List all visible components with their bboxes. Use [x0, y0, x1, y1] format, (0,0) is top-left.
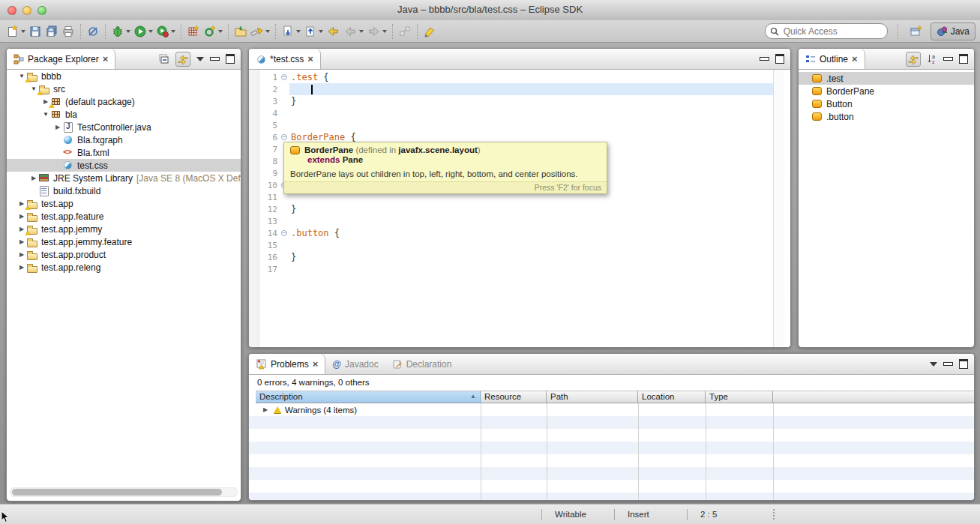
quick-access-input[interactable]	[782, 25, 868, 37]
tab-declaration[interactable]: Declaration	[385, 354, 459, 374]
save-button[interactable]	[27, 22, 43, 40]
collapse-arrow-icon[interactable]	[53, 124, 62, 130]
code-line[interactable]: 4	[249, 107, 790, 119]
new-wizard-button[interactable]	[4, 22, 27, 40]
dropdown-arrow-icon[interactable]	[359, 30, 364, 33]
code-line[interactable]: 14.button {	[249, 227, 790, 239]
link-with-editor-toggle[interactable]	[906, 52, 921, 67]
maximize-view-button[interactable]	[959, 54, 968, 64]
skip-all-breakpoints-button[interactable]	[85, 22, 101, 40]
dropdown-arrow-icon[interactable]	[296, 30, 301, 33]
expand-arrow-icon[interactable]	[41, 111, 50, 118]
sort-button[interactable]: az	[927, 53, 937, 64]
collapse-arrow-icon[interactable]	[17, 251, 26, 258]
code-line[interactable]: 15	[249, 239, 790, 251]
mark-occurrences-button[interactable]	[421, 22, 438, 40]
close-icon[interactable]	[852, 54, 858, 64]
tree-item-bla[interactable]: bla	[7, 108, 241, 121]
dropdown-arrow-icon[interactable]	[218, 30, 223, 33]
dropdown-arrow-icon[interactable]	[382, 30, 387, 33]
minimize-view-button[interactable]	[943, 362, 953, 366]
print-button[interactable]	[60, 22, 76, 40]
link-with-editor-button[interactable]	[397, 22, 413, 40]
column-header-path[interactable]: Path	[547, 391, 638, 403]
new-java-project-button[interactable]	[185, 22, 202, 40]
collapse-arrow-icon[interactable]	[29, 175, 38, 181]
fold-collapse-icon[interactable]	[281, 230, 287, 236]
expand-arrow-icon[interactable]	[261, 406, 270, 413]
column-header-resource[interactable]: Resource	[481, 391, 547, 403]
back-button[interactable]	[342, 22, 365, 40]
maximize-view-button[interactable]	[959, 359, 968, 369]
collapse-arrow-icon[interactable]	[17, 213, 26, 220]
tab-javadoc[interactable]: Javadoc	[325, 354, 385, 374]
column-header-location[interactable]: Location	[638, 391, 706, 403]
code-editor[interactable]: 1.test { 2 3} 4 5 6BorderPane { 7 8 9 10…	[249, 70, 790, 347]
close-window-button[interactable]	[7, 6, 16, 15]
tab-problems[interactable]: Problems	[249, 354, 325, 374]
code-line[interactable]: 16}	[249, 251, 790, 263]
java-perspective-button[interactable]: Java	[931, 22, 976, 40]
close-icon[interactable]	[313, 359, 319, 370]
tree-item-jre[interactable]: JRE System Library[Java SE 8 (MacOS X De…	[7, 172, 241, 184]
tree-item-bla-fxgraph[interactable]: Bla.fxgraph	[7, 133, 241, 146]
code-line[interactable]: 17	[249, 263, 790, 275]
debug-button[interactable]	[109, 22, 132, 40]
tree-item-build-fxbuild[interactable]: build.fxbuild	[7, 184, 241, 197]
close-icon[interactable]	[103, 54, 109, 64]
code-line[interactable]: 1.test {	[249, 71, 790, 83]
search-button[interactable]	[249, 22, 271, 40]
save-all-button[interactable]	[43, 22, 60, 40]
quick-access-box[interactable]	[765, 23, 888, 39]
next-edit-location-button[interactable]	[302, 22, 325, 40]
run-button[interactable]	[132, 22, 154, 40]
maximize-view-button[interactable]	[226, 54, 235, 64]
column-header-description[interactable]: Description	[256, 391, 481, 403]
tree-item-bbbb[interactable]: bbbb	[7, 70, 241, 82]
code-line[interactable]: 3}	[249, 95, 790, 107]
minimize-window-button[interactable]	[22, 6, 31, 15]
minimize-view-button[interactable]	[943, 57, 953, 61]
tree-item-test-app-releng[interactable]: test.app.releng	[7, 261, 241, 274]
tree-item-test-app[interactable]: test.app	[7, 197, 241, 210]
warnings-group-row[interactable]: Warnings (4 items)	[249, 403, 974, 416]
code-line-current[interactable]: 2	[249, 83, 790, 95]
outline-item-button[interactable]: Button	[799, 97, 974, 110]
previous-edit-location-button[interactable]	[280, 22, 302, 40]
tree-item-test-app-jemmy-feature[interactable]: test.app.jemmy.feature	[7, 235, 241, 248]
horizontal-scrollbar[interactable]	[10, 487, 238, 497]
open-perspective-button[interactable]	[908, 22, 925, 40]
fold-toggle[interactable]	[280, 227, 289, 239]
forward-button[interactable]	[365, 22, 388, 40]
dropdown-arrow-icon[interactable]	[265, 30, 270, 33]
fold-collapse-icon[interactable]	[281, 134, 287, 140]
outline-item-test[interactable]: .test	[799, 72, 974, 85]
fold-collapse-icon[interactable]	[281, 74, 287, 80]
dropdown-arrow-icon[interactable]	[171, 30, 175, 33]
minimize-view-button[interactable]	[210, 57, 220, 61]
tree-item-bla-fxml[interactable]: Bla.fxml	[7, 146, 241, 159]
fold-toggle[interactable]	[280, 71, 289, 83]
column-header-type[interactable]: Type	[706, 391, 773, 403]
zoom-window-button[interactable]	[37, 6, 46, 15]
close-icon[interactable]	[307, 54, 313, 64]
tree-item-default-package[interactable]: (default package)	[7, 95, 241, 108]
collapse-arrow-icon[interactable]	[17, 238, 26, 245]
view-menu-button[interactable]	[930, 362, 937, 367]
outline-item-borderpane[interactable]: BorderPane	[799, 85, 974, 97]
code-line[interactable]: 13	[249, 215, 790, 227]
scrollbar-thumb[interactable]	[12, 489, 222, 496]
view-menu-button[interactable]	[196, 57, 204, 61]
tree-item-src[interactable]: src	[7, 82, 241, 95]
import-button[interactable]	[232, 22, 249, 40]
tree-item-testcontroller[interactable]: TestController.java	[7, 121, 241, 133]
dropdown-arrow-icon[interactable]	[148, 30, 153, 33]
outline-item-dot-button[interactable]: .button	[799, 110, 974, 123]
tree-item-test-app-product[interactable]: test.app.product	[7, 248, 241, 261]
tree-item-test-app-feature[interactable]: test.app.feature	[7, 210, 241, 223]
run-configurations-button[interactable]	[154, 22, 177, 40]
back-to-resource-button[interactable]	[325, 22, 342, 40]
status-bar-grip[interactable]	[773, 509, 775, 520]
code-line[interactable]: 5	[249, 119, 790, 131]
tab-package-explorer[interactable]: Package Explorer	[7, 49, 115, 69]
